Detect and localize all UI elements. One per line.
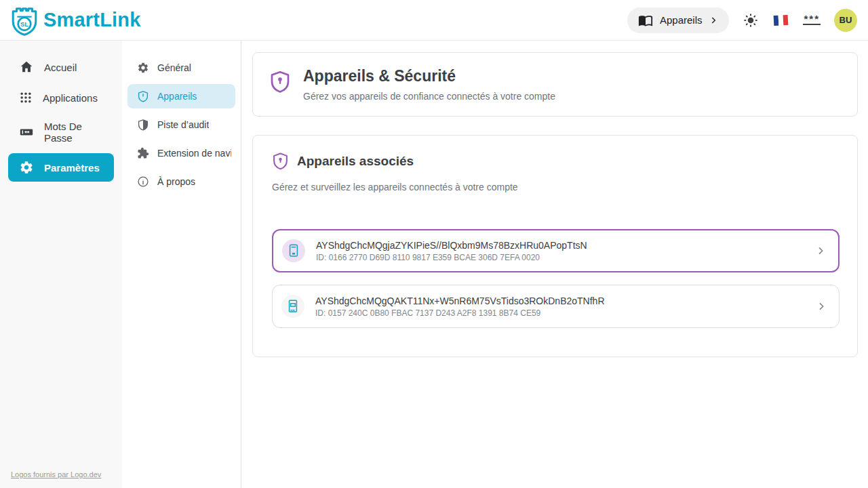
- subnav-item-general[interactable]: Général: [127, 56, 235, 80]
- device-id: ID: 0166 2770 D69D 8110 9817 E359 BCAE 3…: [316, 253, 587, 262]
- main-content: Appareils & Sécurité Gérez vos appareils…: [241, 41, 868, 488]
- gear-icon: [19, 160, 34, 175]
- subnav-item-extension-navigateur[interactable]: Extension de navigateur: [127, 141, 235, 165]
- open-book-icon: [638, 13, 653, 28]
- device-row-other[interactable]: AYShdgChcMQgQAKT11Nx+W5nR6M75VsTidso3ROk…: [272, 285, 840, 328]
- masked-password-icon: ***: [803, 16, 821, 25]
- subnav-item-a-propos[interactable]: À propos: [127, 169, 235, 194]
- sidebar-item-accueil[interactable]: Accueil: [8, 53, 114, 81]
- device-name: AYShdgChcMQgjaZYKIPieS//BlQxbm9Ms78BzxHR…: [316, 240, 587, 251]
- info-icon: [137, 176, 149, 188]
- smartlink-shield-logo-icon: SL: [9, 5, 39, 36]
- chevron-right-icon: [816, 301, 827, 312]
- user-avatar[interactable]: BU: [834, 9, 857, 32]
- shield-half-icon: [137, 119, 149, 131]
- french-flag-icon: [772, 14, 789, 27]
- device-name: AYShdgChcMQgQAKT11Nx+W5nR6M75VsTidso3ROk…: [315, 296, 605, 306]
- passwords-quick-access-button[interactable]: ***: [803, 16, 821, 25]
- page-title: Appareils & Sécurité: [303, 67, 555, 85]
- primary-sidebar: Accueil Applications ** Mots De Passe: [0, 41, 122, 488]
- password-field-icon: **: [19, 125, 34, 140]
- device-badge: [282, 239, 305, 262]
- shield-icon: [137, 90, 149, 102]
- device-badge: [281, 295, 304, 318]
- context-switcher-button[interactable]: Appareils: [627, 7, 730, 33]
- devices-card-title: Appareils associés: [297, 154, 414, 169]
- sidebar-item-applications[interactable]: Applications: [8, 84, 114, 111]
- chevron-right-icon: [709, 16, 718, 25]
- gear-icon: [137, 62, 149, 74]
- shield-keyhole-icon: [269, 70, 291, 102]
- brand-name: SmartLink: [43, 9, 141, 31]
- device-list: AYShdgChcMQgjaZYKIPieS//BlQxbm9Ms78BzxHR…: [272, 229, 840, 328]
- language-selector-button[interactable]: [772, 14, 789, 27]
- sidebar-item-mots-de-passe[interactable]: ** Mots De Passe: [8, 114, 114, 150]
- devices-card-subtitle: Gérez et surveillez les appareils connec…: [272, 182, 840, 192]
- logo-provider-link[interactable]: Logos fournis par Logo.dev: [11, 470, 101, 479]
- app-header: SL SmartLink Appareils: [0, 0, 868, 41]
- sun-icon: [743, 12, 759, 28]
- apps-grid-icon: [19, 91, 33, 104]
- chevron-right-icon: [815, 245, 826, 256]
- subnav-item-appareils[interactable]: Appareils: [127, 84, 235, 108]
- sidebar-item-parametres[interactable]: Paramètres: [8, 153, 114, 182]
- svg-text:**: **: [24, 129, 30, 136]
- brand[interactable]: SL SmartLink: [9, 5, 141, 36]
- subnav-item-piste-audit[interactable]: Piste d’audit: [127, 113, 235, 137]
- home-icon: [19, 60, 34, 75]
- puzzle-piece-icon: [137, 147, 149, 159]
- mobile-device-icon: [287, 243, 300, 258]
- avatar-initials: BU: [840, 15, 852, 25]
- context-switcher-label: Appareils: [660, 14, 703, 26]
- settings-subnav: Général Appareils Piste d’audit: [122, 41, 241, 488]
- shield-keyhole-icon: [272, 152, 289, 171]
- page-subtitle: Gérez vos appareils de confiance connect…: [303, 91, 555, 102]
- device-id: ID: 0157 240C 0B80 FBAC 7137 D243 A2F8 1…: [315, 308, 605, 318]
- computer-device-icon: [286, 299, 300, 314]
- device-row-current[interactable]: AYShdgChcMQgjaZYKIPieS//BlQxbm9Ms78BzxHR…: [272, 229, 840, 272]
- associated-devices-card: Appareils associés Gérez et surveillez l…: [252, 135, 858, 357]
- svg-text:SL: SL: [20, 20, 28, 27]
- theme-toggle-button[interactable]: [743, 12, 759, 28]
- page-header-card: Appareils & Sécurité Gérez vos appareils…: [252, 52, 858, 117]
